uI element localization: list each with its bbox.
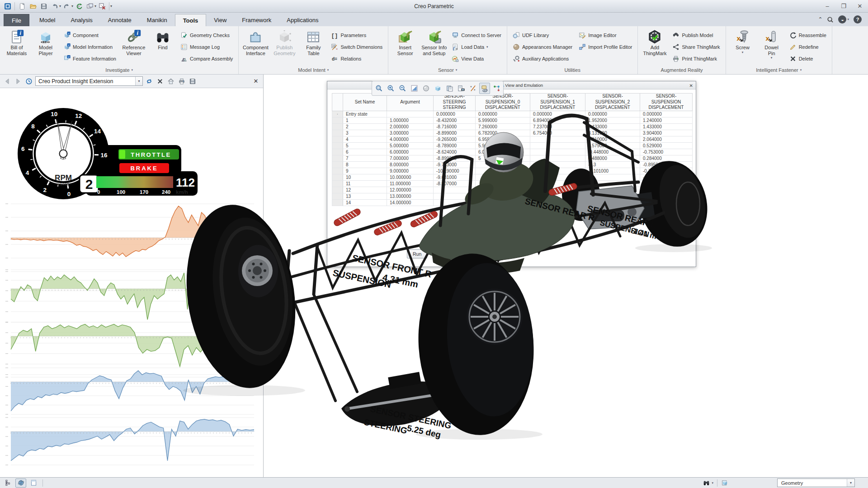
- refresh-icon[interactable]: [145, 77, 154, 86]
- sensor-info-and-setup-button[interactable]: Sensor Info and Setup: [420, 28, 448, 56]
- row-selector[interactable]: [332, 149, 343, 155]
- geometry-checks-button[interactable]: Geometry Checks: [177, 29, 236, 41]
- row-selector[interactable]: [332, 199, 343, 206]
- minimize-button[interactable]: –: [819, 1, 835, 12]
- redo-button[interactable]: [61, 1, 72, 11]
- table-cell[interactable]: 7.237000: [530, 123, 585, 130]
- row-selector[interactable]: ·: [332, 111, 343, 117]
- sensor-data-window[interactable]: Sensor Data View and Emulation ✕ Set Nam…: [327, 81, 696, 267]
- table-row[interactable]: 44.000000-9.2650006.9550001.8100002.0640…: [332, 136, 693, 142]
- relations-button[interactable]: d=Relations: [328, 53, 386, 65]
- table-cell[interactable]: 2.064000: [640, 136, 693, 142]
- table-cell[interactable]: 1.433000: [640, 123, 693, 130]
- table-cell[interactable]: [476, 180, 530, 187]
- table-cell[interactable]: -0.3: [585, 161, 640, 168]
- table-cell[interactable]: -10.190000: [434, 168, 476, 174]
- screw-button[interactable]: xScrew▾: [728, 28, 757, 54]
- table-cell[interactable]: [476, 187, 530, 193]
- share-thingmark-button[interactable]: Share ThingMark: [669, 41, 723, 53]
- table-cell[interactable]: 1.433000: [585, 123, 640, 130]
- table-cell[interactable]: 5: [476, 155, 530, 161]
- table-cell[interactable]: 6.000000: [387, 149, 434, 155]
- tab-file[interactable]: File: [4, 14, 29, 26]
- table-cell[interactable]: [476, 199, 530, 206]
- message-log-button[interactable]: Message Log: [177, 41, 236, 53]
- chevron-down-icon[interactable]: ▾: [712, 481, 713, 485]
- table-cell[interactable]: 0.000000: [640, 111, 693, 117]
- tab-framework[interactable]: Framework: [234, 14, 279, 26]
- table-row[interactable]: 1212.000000: [332, 187, 693, 193]
- group-label-sensor[interactable]: Sensor▾: [388, 66, 507, 74]
- table-row[interactable]: ·Entry state0.0000000.0000000.0000000.00…: [332, 111, 693, 117]
- auxiliary-applications-button[interactable]: Auxiliary Applications: [509, 53, 576, 65]
- table-cell[interactable]: 11: [343, 180, 387, 187]
- close-window-button[interactable]: [97, 1, 107, 11]
- table-cell[interactable]: 14: [343, 199, 387, 206]
- tab-analysis[interactable]: Analysis: [63, 14, 100, 26]
- bill-of-materials-button[interactable]: iBill of Materials: [2, 28, 31, 56]
- table-cell[interactable]: 5.969000: [476, 142, 530, 149]
- chevron-down-icon[interactable]: ▾: [135, 77, 142, 85]
- table-cell[interactable]: -1.220000: [640, 174, 693, 180]
- table-cell[interactable]: [476, 168, 530, 174]
- table-cell[interactable]: [434, 193, 476, 199]
- reassemble-button[interactable]: Reassemble: [786, 29, 830, 41]
- row-selector[interactable]: [332, 142, 343, 149]
- collapse-ribbon-icon[interactable]: ⌃: [818, 16, 822, 23]
- group-label-augmented-reality[interactable]: Augmented Reality: [638, 66, 725, 74]
- table-cell[interactable]: [530, 174, 585, 180]
- save-button[interactable]: [38, 1, 49, 11]
- tab-applications[interactable]: Applications: [279, 14, 326, 26]
- delete-button[interactable]: Delete: [786, 53, 830, 65]
- row-selector[interactable]: [332, 180, 343, 187]
- table-cell[interactable]: 1.240000: [640, 117, 693, 123]
- row-selector[interactable]: [332, 117, 343, 123]
- table-cell[interactable]: -9.265000: [434, 136, 476, 142]
- table-cell[interactable]: -8.899000: [434, 155, 476, 161]
- model-tree-icon[interactable]: [3, 479, 14, 488]
- table-cell[interactable]: -8.432000: [434, 117, 476, 123]
- group-label-intelligent-fastener[interactable]: Intelligent Fastener▾: [726, 66, 832, 74]
- table-cell[interactable]: -8.899000: [434, 130, 476, 136]
- table-cell[interactable]: [476, 161, 530, 168]
- row-selector[interactable]: [332, 136, 343, 142]
- table-cell[interactable]: [476, 174, 530, 180]
- table-cell[interactable]: 5.999000: [476, 117, 530, 123]
- table-cell[interactable]: [530, 168, 585, 174]
- history-icon[interactable]: [24, 77, 33, 86]
- table-cell[interactable]: -8.716000: [434, 123, 476, 130]
- row-selector[interactable]: [332, 161, 343, 168]
- shade-button[interactable]: [420, 83, 431, 94]
- table-cell[interactable]: 0.000000: [434, 111, 476, 117]
- find-icon[interactable]: [701, 479, 712, 488]
- close-button[interactable]: ✕: [852, 1, 868, 12]
- blank-page-icon[interactable]: [28, 479, 39, 488]
- table-cell[interactable]: 10: [343, 174, 387, 180]
- zoom-in-button[interactable]: [385, 83, 396, 94]
- table-row[interactable]: 77.000000-8.89900050.4880000.284000: [332, 155, 693, 161]
- close-icon[interactable]: ✕: [689, 81, 693, 89]
- model-player-button[interactable]: Model Player: [31, 28, 60, 56]
- table-row[interactable]: 1010.000000-9.631000-1.220000: [332, 174, 693, 180]
- print-icon[interactable]: [177, 77, 186, 86]
- row-selector[interactable]: [332, 123, 343, 130]
- table-cell[interactable]: Entry state: [343, 111, 387, 117]
- graphics-area[interactable]: ** Sensor Data View and Emulation ✕ Set …: [264, 75, 868, 477]
- table-cell[interactable]: -1.420000: [640, 180, 693, 187]
- column-header[interactable]: Set Name: [343, 94, 387, 111]
- select-filter-icon[interactable]: [719, 479, 730, 488]
- table-cell[interactable]: 7: [343, 155, 387, 161]
- table-cell[interactable]: 3.904000: [640, 130, 693, 136]
- stop-icon[interactable]: [156, 77, 165, 86]
- close-panel-icon[interactable]: ✕: [251, 78, 260, 84]
- table-cell[interactable]: [530, 136, 585, 142]
- dowel-pin-button[interactable]: xDowel Pin▾: [757, 28, 786, 60]
- table-cell[interactable]: [585, 187, 640, 193]
- table-cell[interactable]: [640, 193, 693, 199]
- table-cell[interactable]: [476, 193, 530, 199]
- import-profile-editor-button[interactable]: Import Profile Editor: [576, 41, 635, 53]
- browser-address-combo[interactable]: Creo Product Insight Extension ▾: [35, 76, 143, 86]
- table-cell[interactable]: [585, 174, 640, 180]
- table-cell[interactable]: -0.895000: [640, 161, 693, 168]
- datum-display-button[interactable]: **: [467, 83, 478, 94]
